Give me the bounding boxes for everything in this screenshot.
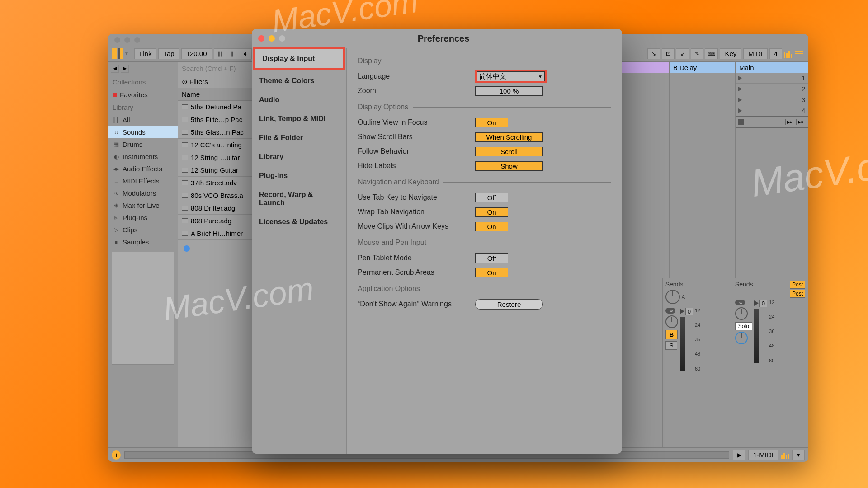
pref-tab-plugins[interactable]: Plug-Ins — [252, 166, 346, 185]
pan-knob[interactable] — [665, 315, 678, 328]
nav-fwd-button[interactable]: ▶ — [121, 65, 129, 73]
list-item[interactable]: 808 Drifter.adg — [178, 202, 255, 215]
io-toggle[interactable]: ▶≡ — [796, 119, 805, 125]
scene-row[interactable]: 2 — [736, 84, 808, 94]
restore-button[interactable]: Restore — [475, 299, 543, 310]
stop-all-button[interactable] — [738, 119, 744, 125]
track-activator-icon[interactable] — [754, 300, 759, 306]
scrollbars-toggle[interactable]: When Scrolling — [475, 132, 543, 142]
sidebar-item-audio-effects[interactable]: ◂▸Audio Effects — [108, 163, 178, 175]
solo-button[interactable]: S — [665, 341, 678, 350]
link-button[interactable]: Link — [134, 48, 157, 59]
send-knob[interactable] — [665, 290, 680, 304]
list-item[interactable]: 5ths Filte…p Pac — [178, 113, 255, 126]
tab-nav-toggle[interactable]: Off — [475, 193, 508, 202]
arrangement-play-icon[interactable]: ▶ — [733, 450, 745, 460]
metronome-icon[interactable]: ∥∥ — [214, 48, 226, 59]
track-title[interactable]: B Delay — [670, 62, 735, 73]
hide-labels-toggle[interactable]: Show — [475, 161, 543, 171]
sidebar-item-drums[interactable]: ▦Drums — [108, 138, 178, 150]
search-input[interactable] — [182, 65, 251, 72]
nudge-down-icon[interactable]: ∥ — [226, 48, 239, 59]
sidebar-item-modulators[interactable]: ∿Modulators — [108, 187, 178, 199]
download-icon[interactable] — [184, 245, 190, 252]
pencil-icon[interactable]: ✎ — [691, 48, 703, 59]
pref-tab-display-input[interactable]: Display & Input — [255, 49, 343, 68]
language-dropdown[interactable]: 简体中文 ▼ — [477, 71, 545, 81]
window-close-icon[interactable] — [114, 37, 120, 43]
volume-readout[interactable]: 0 — [760, 300, 767, 307]
sidebar-item-clips[interactable]: ▷Clips — [108, 224, 178, 236]
zoom-icon[interactable] — [279, 35, 285, 42]
automation-icon[interactable]: ↘ — [647, 48, 660, 59]
scrub-toggle[interactable]: On — [475, 268, 508, 277]
sidebar-item-sounds[interactable]: ♫Sounds — [108, 126, 178, 138]
track-activator[interactable]: B — [665, 330, 678, 339]
window-zoom-icon[interactable] — [134, 37, 140, 43]
favorites-item[interactable]: Favorites — [108, 89, 178, 101]
minimize-icon[interactable] — [269, 35, 275, 42]
outline-toggle[interactable]: On — [475, 118, 508, 127]
post-badge[interactable]: Post — [790, 281, 805, 289]
name-column-header[interactable]: Name — [178, 88, 255, 101]
solo-button[interactable]: Solo — [735, 322, 752, 330]
follow-toggle[interactable]: Scroll — [475, 147, 543, 156]
chevron-down-icon[interactable]: ▾ — [792, 450, 805, 460]
scene-row[interactable]: 3 — [736, 94, 808, 105]
sidebar-item-samples[interactable]: ∎Samples — [108, 236, 178, 248]
list-item[interactable]: 80s VCO Brass.a — [178, 189, 255, 202]
tap-button[interactable]: Tap — [158, 48, 179, 59]
midi-output[interactable]: 1-MIDI — [748, 450, 778, 460]
scene-play-icon[interactable] — [738, 87, 742, 91]
sidebar-item-midi-effects[interactable]: ≡MIDI Effects — [108, 175, 178, 187]
reenable-icon[interactable]: ⊡ — [662, 48, 675, 59]
zoom-field[interactable]: 100 % — [475, 86, 543, 96]
list-item[interactable]: 808 Pure.adg — [178, 215, 255, 227]
pref-tab-library[interactable]: Library — [252, 147, 346, 166]
list-item[interactable]: A Brief Hi…himer — [178, 227, 255, 240]
cue-knob[interactable] — [735, 332, 748, 344]
scene-row[interactable]: 4 — [736, 105, 808, 116]
list-item[interactable]: 37th Street.adv — [178, 177, 255, 189]
pref-tab-record[interactable]: Record, Warp & Launch — [252, 185, 346, 212]
tempo-field[interactable]: 120.00 — [181, 48, 212, 59]
list-item[interactable]: 5ths Detuned Pa — [178, 101, 255, 113]
list-item[interactable]: 12 String …uitar — [178, 151, 255, 164]
pref-tab-licenses[interactable]: Licenses & Updates — [252, 212, 346, 231]
scene-play-icon[interactable] — [738, 76, 742, 80]
nav-back-button[interactable]: ◀ — [111, 65, 119, 73]
sidebar-item-max-for-live[interactable]: ⊕Max for Live — [108, 199, 178, 211]
draw-icon[interactable]: ↙ — [676, 48, 689, 59]
track-activator-icon[interactable] — [680, 309, 684, 314]
chevron-down-icon[interactable]: ▼ — [124, 51, 129, 56]
post-badge[interactable]: Post — [790, 290, 805, 298]
io-toggle[interactable]: ▶▸ — [785, 119, 794, 125]
midi-map-button[interactable]: MIDI — [743, 48, 768, 59]
list-item[interactable]: 5ths Glas…n Pac — [178, 126, 255, 139]
pref-tab-audio[interactable]: Audio — [252, 90, 346, 109]
scene-play-icon[interactable] — [738, 108, 742, 113]
volume-readout[interactable]: -∞ — [735, 300, 745, 305]
pen-toggle[interactable]: Off — [475, 253, 508, 263]
volume-readout[interactable]: 0 — [685, 308, 693, 315]
pref-tab-file[interactable]: File & Folder — [252, 128, 346, 147]
sidebar-item-all[interactable]: ∥∥All — [108, 114, 178, 126]
volume-readout[interactable]: -∞ — [665, 308, 675, 314]
list-item[interactable]: 12 CC's a…nting — [178, 139, 255, 151]
filters-row[interactable]: ⊙Filters — [178, 75, 255, 88]
overview-icon[interactable] — [781, 451, 789, 459]
track-title[interactable]: Main — [736, 62, 808, 73]
info-icon[interactable]: i — [112, 450, 121, 460]
pan-knob[interactable] — [735, 307, 748, 320]
close-icon[interactable] — [258, 35, 264, 42]
sidebar-item-instruments[interactable]: ◐Instruments — [108, 150, 178, 163]
wrap-tab-toggle[interactable]: On — [475, 207, 508, 217]
menu-icon[interactable] — [794, 51, 805, 56]
key-map-button[interactable]: Key — [720, 48, 741, 59]
keyboard-icon[interactable]: ⌨ — [705, 48, 718, 59]
scene-row[interactable]: 1 — [736, 73, 808, 84]
window-minimize-icon[interactable] — [124, 37, 130, 43]
scene-play-icon[interactable] — [738, 98, 742, 102]
pref-tab-link-midi[interactable]: Link, Tempo & MIDI — [252, 109, 346, 128]
time-sig-field[interactable]: 4 — [239, 48, 252, 59]
